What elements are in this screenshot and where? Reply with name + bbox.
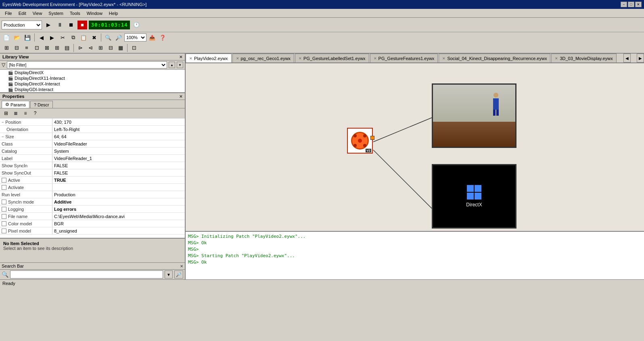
save-btn[interactable]: 💾: [23, 33, 32, 42]
list-item[interactable]: 🎬 DisplayDirectX-Interact: [0, 81, 185, 87]
props-tb-group[interactable]: ≣: [11, 109, 20, 117]
filename-checkbox[interactable]: [2, 214, 6, 219]
syncin-checkbox[interactable]: [2, 200, 6, 204]
toolbar-bottom: 📄 📂 💾 ◀ ▶ ✂ ⧉ 📋 ✖ 🔍 🔎 100% 50% 75% 125% …: [0, 32, 644, 43]
tb3-btn3[interactable]: ≡: [22, 44, 31, 52]
tb3-btn5[interactable]: ⊠: [42, 44, 52, 52]
video-preview: [433, 85, 515, 147]
zoom-select[interactable]: 100% 50% 75% 125% 150%: [124, 33, 146, 42]
tb3-btn12[interactable]: ▦: [116, 44, 125, 52]
list-item[interactable]: 🎬 DisplayDirectX11-Interact: [0, 75, 185, 81]
menu-tools[interactable]: Tools: [67, 10, 84, 17]
tab-social[interactable]: ✕ Social_04_Kinect_Disappearing_Recurren…: [439, 54, 550, 62]
tb3-btn4[interactable]: ⊡: [32, 44, 42, 52]
colormodel-checkbox[interactable]: [2, 221, 6, 226]
tab-close-icon[interactable]: ✕: [236, 56, 239, 60]
paste-btn[interactable]: 📋: [79, 33, 88, 42]
stop-btn[interactable]: ⏹: [66, 21, 76, 29]
active-checkbox[interactable]: [2, 178, 6, 183]
directx-left-bar: [433, 165, 444, 227]
tab-close-icon[interactable]: ✕: [189, 56, 192, 60]
open-folder-btn[interactable]: 📂: [12, 33, 22, 42]
activate-checkbox[interactable]: [2, 185, 6, 190]
play-btn[interactable]: ▶: [44, 21, 53, 29]
menu-view[interactable]: View: [29, 10, 46, 17]
tb3-btn6[interactable]: ⊞: [52, 44, 62, 52]
tab-playvideo2[interactable]: ✕ PlayVideo2.eywx: [186, 54, 232, 62]
export-btn[interactable]: 📤: [147, 33, 157, 42]
copy-btn[interactable]: ⧉: [68, 33, 78, 42]
tab-scroll-right[interactable]: ▶: [637, 54, 644, 62]
menu-file[interactable]: File: [2, 10, 15, 17]
record-btn[interactable]: ■: [77, 21, 87, 29]
tb3-btn9[interactable]: ⊲: [86, 44, 95, 52]
production-select[interactable]: Production: [2, 21, 42, 29]
pixelmodel-checkbox[interactable]: [2, 229, 6, 233]
status-bar: Ready: [0, 279, 644, 287]
prop-row: Color model BGR: [0, 220, 185, 227]
tab-pggesture1[interactable]: ✕ PG_GestureLabelledSet1.eywx: [295, 54, 369, 62]
props-tb-help[interactable]: ?: [31, 109, 40, 117]
tab-close-icon[interactable]: ✕: [299, 56, 302, 60]
timer-display: 30:01:03:14: [89, 21, 130, 29]
maximize-btn[interactable]: □: [628, 2, 634, 7]
tb3-btn10[interactable]: ⊞: [96, 44, 105, 52]
filter-scroll-down[interactable]: ▼: [177, 62, 183, 68]
close-btn[interactable]: ✕: [635, 2, 642, 7]
zoom-in-btn[interactable]: 🔎: [114, 33, 123, 42]
list-item[interactable]: 🎬 DisplayDirectX: [0, 70, 185, 75]
search-dropdown-btn[interactable]: ▼: [165, 270, 173, 279]
tab-close-icon[interactable]: ✕: [442, 56, 445, 60]
tab-3d[interactable]: ✕ 3D_03_MovieDisplay.eywx: [551, 54, 616, 62]
redo-btn[interactable]: ▶: [47, 33, 57, 42]
menu-help[interactable]: Help: [106, 10, 121, 17]
tb3-btn7[interactable]: ▤: [62, 44, 72, 52]
tb3-btn13[interactable]: ⊡: [129, 44, 139, 52]
properties-close-btn[interactable]: ✕: [179, 94, 182, 99]
tb3-btn1[interactable]: ⊞: [2, 44, 11, 52]
canvas-workspace[interactable]: V2: [186, 63, 644, 231]
search-input[interactable]: [10, 270, 163, 279]
props-tb-sort[interactable]: ⊞: [2, 109, 10, 117]
tab-pggesture2[interactable]: ✕ PG_GestureFeatures1.eywx: [370, 54, 438, 62]
menu-window[interactable]: Window: [84, 10, 106, 17]
toolbar-top: Production ▶ ⏸ ⏹ ■ 30:01:03:14 🕐: [0, 18, 644, 32]
new-btn[interactable]: 📄: [2, 33, 11, 42]
minimize-btn[interactable]: −: [621, 2, 627, 7]
prop-value-display: VideoFileReader_1: [52, 155, 185, 162]
filter-scroll-up[interactable]: ▲: [169, 62, 175, 68]
pause-btn[interactable]: ⏸: [55, 21, 65, 29]
tb3-btn11[interactable]: ⊟: [106, 44, 115, 52]
prop-value-display: FALSE: [52, 162, 185, 169]
directx-display-node[interactable]: DirectX: [432, 164, 516, 229]
library-close-btn[interactable]: ✕: [179, 55, 182, 59]
tab-pgosc[interactable]: ✕ pg_osc_rec_Geco1.eywx: [232, 54, 295, 62]
menu-edit[interactable]: Edit: [15, 10, 29, 17]
prop-value-display: Production: [52, 191, 185, 198]
list-item[interactable]: 🎬 DisplayGDI-Interact: [0, 87, 185, 92]
video-display-node[interactable]: [432, 83, 516, 148]
undo-btn[interactable]: ◀: [37, 33, 46, 42]
cut-btn[interactable]: ✂: [58, 33, 67, 42]
logging-checkbox[interactable]: [2, 207, 6, 212]
expand-icon[interactable]: −: [2, 135, 4, 139]
video-reader-node[interactable]: V2: [347, 128, 375, 160]
prop-value-display: Additive: [52, 198, 185, 205]
expand-icon[interactable]: −: [2, 120, 4, 124]
search-go-btn[interactable]: 🔎: [174, 270, 183, 279]
delete-btn[interactable]: ✖: [89, 33, 99, 42]
props-tb-list[interactable]: ≡: [21, 109, 30, 117]
tab-params[interactable]: ⚙ Params: [2, 101, 29, 108]
tab-scroll-left[interactable]: ◀: [623, 54, 631, 62]
tab-close-icon[interactable]: ✕: [374, 56, 377, 60]
tb3-btn8[interactable]: ⊳: [75, 44, 85, 52]
tb3-btn2[interactable]: ⊟: [12, 44, 21, 52]
tab-label: PG_GestureLabelledSet1.eywx: [303, 56, 365, 61]
menu-system[interactable]: System: [45, 10, 67, 17]
tab-close-icon[interactable]: ✕: [555, 56, 558, 60]
tab-descr[interactable]: ? Descr: [30, 101, 53, 108]
help-icon[interactable]: ❓: [158, 33, 167, 42]
search-close-btn[interactable]: ✕: [180, 264, 183, 268]
zoom-out-btn[interactable]: 🔍: [103, 33, 113, 42]
filter-select[interactable]: [No Filter]: [7, 61, 167, 69]
